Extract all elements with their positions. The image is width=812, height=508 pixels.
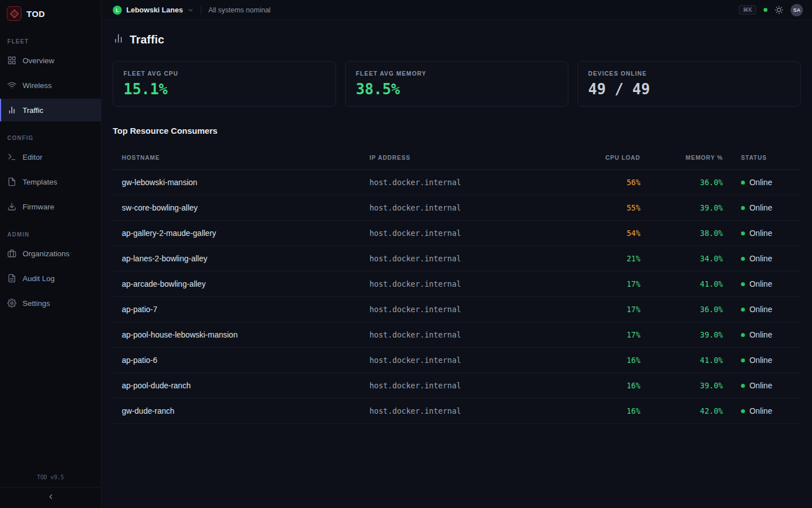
online-status-dot-icon [741, 206, 745, 210]
ip-address-cell: host.docker.internal [360, 271, 567, 297]
status-cell: Online [732, 271, 801, 297]
stat-label: FLEET AVG MEMORY [356, 70, 558, 77]
ip-address-cell: host.docker.internal [360, 373, 567, 398]
stat-card-fleet-avg-memory: FLEET AVG MEMORY 38.5% [345, 61, 568, 107]
main-area: L Lebowski Lanes All systems nominal ⌘K … [102, 0, 812, 508]
status-cell: Online [732, 297, 801, 322]
status-label: Online [749, 254, 772, 263]
table-row[interactable]: sw-core-bowling-alley host.docker.intern… [113, 195, 801, 221]
table-row[interactable]: ap-lanes-2-bowling-alley host.docker.int… [113, 246, 801, 271]
stat-value: 38.5% [356, 81, 558, 98]
memory-cell: 38.0% [650, 221, 732, 246]
bar-chart-icon [7, 106, 16, 115]
sidebar-item-label: Editor [23, 153, 42, 161]
grid-icon [7, 56, 16, 65]
stat-label: FLEET AVG CPU [123, 70, 325, 77]
table-row[interactable]: gw-lebowski-mansion host.docker.internal… [113, 170, 801, 195]
ip-address-cell: host.docker.internal [360, 246, 567, 271]
top-bar: L Lebowski Lanes All systems nominal ⌘K … [102, 0, 812, 20]
status-cell: Online [732, 373, 801, 398]
online-status-dot-icon [741, 409, 745, 413]
cpu-load-cell: 55% [567, 195, 649, 221]
sidebar-item-settings[interactable]: Settings [0, 292, 101, 314]
workspace-selector[interactable]: L Lebowski Lanes [113, 6, 194, 15]
file-icon [7, 177, 16, 186]
sidebar-item-editor[interactable]: Editor [0, 146, 101, 168]
sidebar-collapse-button[interactable] [0, 487, 101, 508]
status-cell: Online [732, 398, 801, 424]
page-title: Traffic [130, 33, 164, 46]
sidebar-item-label: Firmware [23, 203, 54, 211]
table-row[interactable]: gw-dude-ranch host.docker.internal 16% 4… [113, 398, 801, 424]
table-row[interactable]: ap-gallery-2-maude-gallery host.docker.i… [113, 221, 801, 246]
memory-cell: 39.0% [650, 195, 732, 221]
stat-value: 49 / 49 [588, 81, 790, 98]
cpu-load-cell: 17% [567, 297, 649, 322]
online-status-dot-icon [741, 257, 745, 261]
online-status-dot-icon [741, 333, 745, 337]
status-label: Online [749, 203, 772, 212]
sidebar-item-label: Templates [23, 178, 58, 186]
stat-cards: FLEET AVG CPU 15.1% FLEET AVG MEMORY 38.… [113, 61, 801, 107]
online-status-dot-icon [741, 282, 745, 286]
sidebar-item-label: Organizations [23, 249, 69, 258]
online-status-dot-icon [741, 231, 745, 235]
hostname-cell: gw-lebowski-mansion [113, 170, 360, 195]
sidebar-item-firmware[interactable]: Firmware [0, 195, 101, 218]
command-palette-shortcut[interactable]: ⌘K [739, 5, 756, 15]
cpu-load-cell: 16% [567, 398, 649, 424]
sidebar-item-organizations[interactable]: Organizations [0, 242, 101, 265]
sidebar-item-templates[interactable]: Templates [0, 170, 101, 193]
cpu-load-cell: 56% [567, 170, 649, 195]
theme-toggle-sun-icon[interactable] [775, 6, 783, 14]
table-row[interactable]: ap-patio-7 host.docker.internal 17% 36.0… [113, 297, 801, 322]
status-label: Online [749, 406, 772, 415]
ip-address-cell: host.docker.internal [360, 322, 567, 348]
sidebar-item-overview[interactable]: Overview [0, 49, 101, 72]
column-header-cpu: CPU LOAD [567, 146, 649, 170]
cpu-load-cell: 17% [567, 322, 649, 348]
hostname-cell: ap-pool-dude-ranch [113, 373, 360, 398]
hostname-cell: gw-dude-ranch [113, 398, 360, 424]
ip-address-cell: host.docker.internal [360, 221, 567, 246]
table-row[interactable]: ap-pool-house-lebowski-mansion host.dock… [113, 322, 801, 348]
memory-cell: 39.0% [650, 322, 732, 348]
status-cell: Online [732, 170, 801, 195]
table-row[interactable]: ap-pool-dude-ranch host.docker.internal … [113, 373, 801, 398]
stat-value: 15.1% [123, 81, 325, 98]
column-header-memory: MEMORY % [650, 146, 732, 170]
stat-card-devices-online: DEVICES ONLINE 49 / 49 [577, 61, 801, 107]
memory-cell: 42.0% [650, 398, 732, 424]
memory-cell: 36.0% [650, 297, 732, 322]
hostname-cell: ap-patio-7 [113, 297, 360, 322]
user-avatar[interactable]: SA [791, 4, 803, 16]
cpu-load-cell: 21% [567, 246, 649, 271]
sidebar-item-audit-log[interactable]: Audit Log [0, 267, 101, 290]
table-row[interactable]: ap-arcade-bowling-alley host.docker.inte… [113, 271, 801, 297]
status-label: Online [749, 356, 772, 365]
memory-cell: 34.0% [650, 246, 732, 271]
topbar-divider [201, 6, 201, 15]
sidebar-item-wireless[interactable]: Wireless [0, 74, 101, 97]
app-logo-icon [7, 6, 21, 21]
status-label: Online [749, 381, 772, 390]
status-label: Online [749, 178, 772, 187]
status-cell: Online [732, 322, 801, 348]
memory-cell: 39.0% [650, 373, 732, 398]
workspace-name: Lebowski Lanes [126, 6, 183, 14]
app-root: TOD FLEET Overview Wireless Traffic CONF… [0, 0, 812, 508]
nav-section-config: CONFIG [0, 124, 101, 146]
workspace-avatar: L [113, 6, 122, 15]
table-row[interactable]: ap-patio-6 host.docker.internal 16% 41.0… [113, 348, 801, 373]
file-text-icon [7, 274, 16, 283]
page-content: Traffic FLEET AVG CPU 15.1% FLEET AVG ME… [102, 20, 812, 424]
stat-label: DEVICES ONLINE [588, 70, 790, 77]
hostname-cell: ap-gallery-2-maude-gallery [113, 221, 360, 246]
status-cell: Online [732, 348, 801, 373]
online-status-dot-icon [741, 308, 745, 312]
online-status-dot-icon [741, 384, 745, 388]
status-cell: Online [732, 246, 801, 271]
sidebar-item-traffic[interactable]: Traffic [0, 99, 101, 121]
cpu-load-cell: 16% [567, 348, 649, 373]
briefcase-icon [7, 249, 16, 258]
